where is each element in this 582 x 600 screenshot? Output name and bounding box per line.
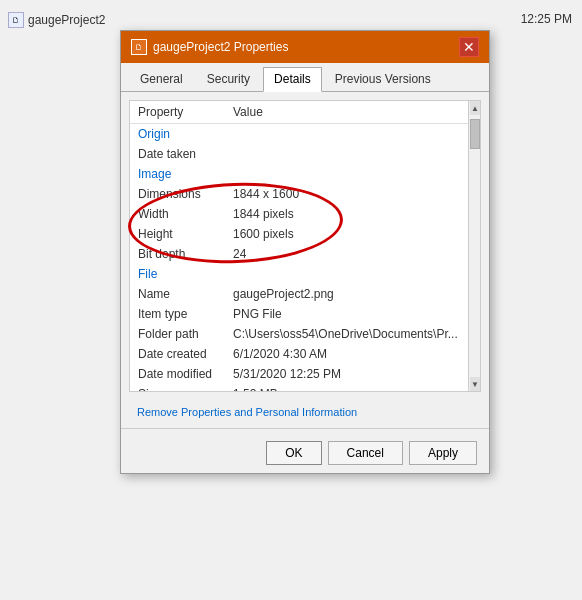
tab-details[interactable]: Details bbox=[263, 67, 322, 92]
close-icon: ✕ bbox=[463, 39, 475, 55]
section-file-label: File bbox=[130, 264, 468, 284]
row-height: Height 1600 pixels bbox=[130, 224, 468, 244]
prop-name: Name bbox=[130, 284, 225, 304]
scroll-down-button[interactable]: ▼ bbox=[470, 377, 480, 391]
row-size: Size 1.52 MB bbox=[130, 384, 468, 391]
prop-date-modified: Date modified bbox=[130, 364, 225, 384]
cancel-button[interactable]: Cancel bbox=[328, 441, 403, 465]
val-item-type: PNG File bbox=[225, 304, 468, 324]
prop-date-created: Date created bbox=[130, 344, 225, 364]
dialog-title: gaugeProject2 Properties bbox=[153, 40, 288, 54]
prop-dimensions: Dimensions bbox=[130, 184, 225, 204]
row-date-created: Date created 6/1/2020 4:30 AM bbox=[130, 344, 468, 364]
val-date-modified: 5/31/2020 12:25 PM bbox=[225, 364, 468, 384]
scroll-up-button[interactable]: ▲ bbox=[470, 101, 480, 115]
desktop-time: 12:25 PM bbox=[521, 12, 572, 26]
prop-item-type: Item type bbox=[130, 304, 225, 324]
section-image: Image bbox=[130, 164, 468, 184]
section-origin: Origin bbox=[130, 124, 468, 145]
prop-date-taken: Date taken bbox=[130, 144, 225, 164]
val-name: gaugeProject2.png bbox=[225, 284, 468, 304]
val-size: 1.52 MB bbox=[225, 384, 468, 391]
properties-table: Property Value Origin Date taken Image D… bbox=[130, 101, 468, 391]
file-icon: 🗋 bbox=[8, 12, 24, 28]
section-image-label: Image bbox=[130, 164, 468, 184]
scroll-down-icon: ▼ bbox=[471, 380, 479, 389]
title-bar: 🗋 gaugeProject2 Properties ✕ bbox=[121, 31, 489, 63]
row-bit-depth: Bit depth 24 bbox=[130, 244, 468, 264]
prop-height: Height bbox=[130, 224, 225, 244]
row-name: Name gaugeProject2.png bbox=[130, 284, 468, 304]
desktop-file-name: gaugeProject2 bbox=[28, 13, 105, 27]
title-bar-left: 🗋 gaugeProject2 Properties bbox=[131, 39, 288, 55]
val-date-taken bbox=[225, 144, 468, 164]
row-item-type: Item type PNG File bbox=[130, 304, 468, 324]
tab-security[interactable]: Security bbox=[196, 67, 261, 91]
scroll-thumb[interactable] bbox=[470, 119, 480, 149]
dialog-icon: 🗋 bbox=[131, 39, 147, 55]
scrollbar[interactable]: ▲ ▼ bbox=[468, 101, 480, 391]
row-width: Width 1844 pixels bbox=[130, 204, 468, 224]
scroll-up-icon: ▲ bbox=[471, 104, 479, 113]
row-dimensions: Dimensions 1844 x 1600 bbox=[130, 184, 468, 204]
val-dimensions: 1844 x 1600 bbox=[225, 184, 468, 204]
col-property-header: Property bbox=[130, 101, 225, 124]
val-bit-depth: 24 bbox=[225, 244, 468, 264]
dialog-divider bbox=[121, 428, 489, 429]
desktop-file-row: 🗋 gaugeProject2 bbox=[8, 12, 105, 28]
tab-general[interactable]: General bbox=[129, 67, 194, 91]
buttons-row: OK Cancel Apply bbox=[121, 433, 489, 473]
row-date-taken: Date taken bbox=[130, 144, 468, 164]
row-date-modified: Date modified 5/31/2020 12:25 PM bbox=[130, 364, 468, 384]
prop-size: Size bbox=[130, 384, 225, 391]
prop-bit-depth: Bit depth bbox=[130, 244, 225, 264]
row-folder-path: Folder path C:\Users\oss54\OneDrive\Docu… bbox=[130, 324, 468, 344]
col-value-header: Value bbox=[225, 101, 468, 124]
val-width: 1844 pixels bbox=[225, 204, 468, 224]
properties-dialog: 🗋 gaugeProject2 Properties ✕ General Sec… bbox=[120, 30, 490, 474]
section-file: File bbox=[130, 264, 468, 284]
prop-folder-path: Folder path bbox=[130, 324, 225, 344]
scroll-area: Property Value Origin Date taken Image D… bbox=[130, 101, 480, 391]
details-content: Property Value Origin Date taken Image D… bbox=[129, 100, 481, 392]
remove-properties-link[interactable]: Remove Properties and Personal Informati… bbox=[137, 406, 357, 418]
tab-previous-versions[interactable]: Previous Versions bbox=[324, 67, 442, 91]
val-folder-path: C:\Users\oss54\OneDrive\Documents\Pr... bbox=[225, 324, 468, 344]
ok-button[interactable]: OK bbox=[266, 441, 321, 465]
table-header: Property Value bbox=[130, 101, 468, 124]
close-button[interactable]: ✕ bbox=[459, 37, 479, 57]
tab-bar: General Security Details Previous Versio… bbox=[121, 63, 489, 92]
val-height: 1600 pixels bbox=[225, 224, 468, 244]
val-date-created: 6/1/2020 4:30 AM bbox=[225, 344, 468, 364]
apply-button[interactable]: Apply bbox=[409, 441, 477, 465]
footer-link-area: Remove Properties and Personal Informati… bbox=[121, 400, 489, 424]
section-origin-label: Origin bbox=[130, 124, 468, 145]
prop-width: Width bbox=[130, 204, 225, 224]
